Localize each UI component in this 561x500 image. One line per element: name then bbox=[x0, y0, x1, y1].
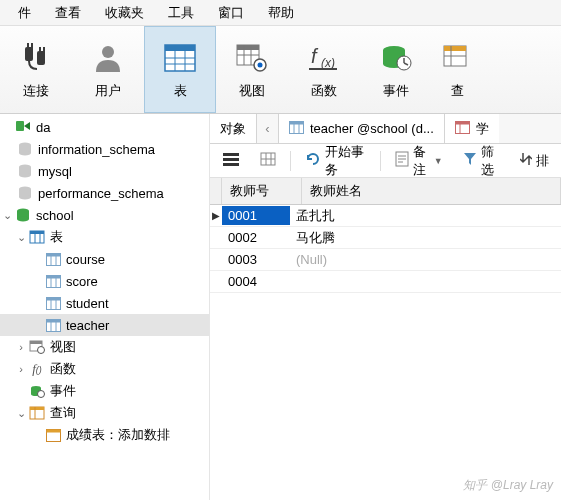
tree-table-course[interactable]: course bbox=[0, 248, 209, 270]
query-icon bbox=[44, 426, 62, 444]
svg-rect-1 bbox=[27, 43, 29, 49]
tab-nav-left-button[interactable]: ‹ bbox=[257, 114, 279, 143]
database-icon bbox=[16, 140, 34, 158]
tree-label: score bbox=[66, 274, 98, 289]
svg-rect-67 bbox=[30, 341, 42, 344]
svg-rect-74 bbox=[30, 407, 44, 410]
grid-row[interactable]: 0002 马化腾 bbox=[210, 227, 561, 249]
table-icon bbox=[44, 316, 62, 334]
toolbar-user-label: 用户 bbox=[95, 82, 121, 100]
event-group-icon bbox=[28, 382, 46, 400]
connection-icon bbox=[14, 118, 32, 136]
cell-teacher-name[interactable] bbox=[290, 280, 561, 284]
tree-functions-folder[interactable]: › f() 函数 bbox=[0, 358, 209, 380]
filter-button[interactable]: 筛选 bbox=[457, 140, 506, 182]
tree-label: 表 bbox=[50, 228, 63, 246]
cell-teacher-name[interactable]: 马化腾 bbox=[290, 227, 561, 249]
memo-button[interactable]: 备注 ▼ bbox=[389, 140, 449, 182]
grid-header-row: 教师号 教师姓名 bbox=[210, 178, 561, 205]
grid-row[interactable]: ▶ 0001 孟扎扎 bbox=[210, 205, 561, 227]
svg-rect-51 bbox=[46, 253, 60, 256]
table-icon bbox=[289, 121, 304, 137]
expand-icon[interactable]: › bbox=[14, 363, 28, 375]
tree-db-mysql[interactable]: mysql bbox=[0, 160, 209, 182]
column-header-teacher-name[interactable]: 教师姓名 bbox=[302, 178, 561, 204]
svg-rect-33 bbox=[16, 121, 24, 131]
view-group-icon bbox=[28, 338, 46, 356]
tree-views-folder[interactable]: › 视图 bbox=[0, 336, 209, 358]
toolbar-connect-button[interactable]: 连接 bbox=[0, 26, 72, 113]
tree-label: da bbox=[36, 120, 50, 135]
collapse-icon[interactable]: ⌄ bbox=[14, 231, 28, 244]
sort-button[interactable]: 排 bbox=[514, 149, 555, 173]
grid-row[interactable]: 0003 (Null) bbox=[210, 249, 561, 271]
view-mode-list-button[interactable] bbox=[216, 149, 246, 172]
main-toolbar: 连接 用户 表 视图 f(x) 函数 事件 查 bbox=[0, 26, 561, 114]
svg-rect-59 bbox=[46, 297, 60, 300]
table-icon bbox=[44, 294, 62, 312]
begin-transaction-button[interactable]: 开始事务 bbox=[299, 140, 372, 182]
table-icon bbox=[162, 40, 198, 76]
tree-label: student bbox=[66, 296, 109, 311]
tab-label: 对象 bbox=[220, 120, 246, 138]
connection-tree: da information_schema mysql performance_… bbox=[0, 114, 210, 500]
tree-query-item[interactable]: 成绩表：添加数排 bbox=[0, 424, 209, 446]
grid-icon bbox=[260, 152, 276, 169]
tree-events-folder[interactable]: 事件 bbox=[0, 380, 209, 402]
tree-queries-folder[interactable]: ⌄ 查询 bbox=[0, 402, 209, 424]
toolbar-function-button[interactable]: f(x) 函数 bbox=[288, 26, 360, 113]
list-icon bbox=[222, 152, 240, 169]
cell-teacher-name[interactable]: (Null) bbox=[290, 250, 561, 269]
menu-help[interactable]: 帮助 bbox=[256, 1, 306, 25]
tree-tables-folder[interactable]: ⌄ 表 bbox=[0, 226, 209, 248]
cell-teacher-id[interactable]: 0004 bbox=[222, 272, 290, 291]
action-label: 开始事务 bbox=[325, 143, 366, 179]
column-header-teacher-id[interactable]: 教师号 bbox=[222, 178, 302, 204]
tree-db-information-schema[interactable]: information_schema bbox=[0, 138, 209, 160]
menu-bar: 件 查看 收藏夹 工具 窗口 帮助 bbox=[0, 0, 561, 26]
menu-view[interactable]: 查看 bbox=[43, 1, 93, 25]
cell-teacher-id[interactable]: 0003 bbox=[222, 250, 290, 269]
toolbar-event-button[interactable]: 事件 bbox=[360, 26, 432, 113]
tree-db-performance-schema[interactable]: performance_schema bbox=[0, 182, 209, 204]
svg-rect-63 bbox=[46, 319, 60, 322]
toolbar-table-button[interactable]: 表 bbox=[144, 26, 216, 113]
tab-objects[interactable]: 对象 bbox=[210, 114, 257, 143]
action-label: 排 bbox=[536, 152, 549, 170]
svg-point-45 bbox=[17, 217, 29, 222]
tree-table-teacher[interactable]: teacher bbox=[0, 314, 209, 336]
cell-teacher-id[interactable]: 0002 bbox=[222, 228, 290, 247]
menu-window[interactable]: 窗口 bbox=[206, 1, 256, 25]
toolbar-view-button[interactable]: 视图 bbox=[216, 26, 288, 113]
note-icon bbox=[395, 151, 409, 170]
tree-table-student[interactable]: student bbox=[0, 292, 209, 314]
menu-tools[interactable]: 工具 bbox=[156, 1, 206, 25]
view-mode-grid-button[interactable] bbox=[254, 149, 282, 172]
tree-label: 事件 bbox=[50, 382, 76, 400]
tree-db-school[interactable]: ⌄ school bbox=[0, 204, 209, 226]
svg-point-36 bbox=[19, 151, 31, 156]
menu-favorites[interactable]: 收藏夹 bbox=[93, 1, 156, 25]
tree-label: 成绩表：添加数排 bbox=[66, 426, 170, 444]
svg-rect-4 bbox=[39, 47, 41, 53]
toolbar-query-button[interactable]: 查 bbox=[432, 26, 482, 113]
expand-icon[interactable]: › bbox=[14, 341, 28, 353]
collapse-icon[interactable]: ⌄ bbox=[14, 407, 28, 420]
svg-text:(x): (x) bbox=[321, 56, 335, 70]
toolbar-user-button[interactable]: 用户 bbox=[72, 26, 144, 113]
tab-label: 学 bbox=[476, 120, 489, 138]
tree-table-score[interactable]: score bbox=[0, 270, 209, 292]
svg-point-19 bbox=[258, 62, 263, 67]
svg-rect-0 bbox=[25, 47, 33, 61]
table-icon bbox=[44, 250, 62, 268]
grid-row[interactable]: 0004 bbox=[210, 271, 561, 293]
menu-file[interactable]: 件 bbox=[6, 1, 43, 25]
cell-teacher-id[interactable]: 0001 bbox=[222, 206, 290, 225]
svg-rect-77 bbox=[46, 429, 60, 432]
svg-rect-3 bbox=[37, 51, 45, 65]
cell-teacher-name[interactable]: 孟扎扎 bbox=[290, 205, 561, 227]
tree-connection-da[interactable]: da bbox=[0, 116, 209, 138]
svg-point-72 bbox=[38, 391, 45, 398]
view-icon bbox=[234, 40, 270, 76]
collapse-icon[interactable]: ⌄ bbox=[0, 209, 14, 222]
